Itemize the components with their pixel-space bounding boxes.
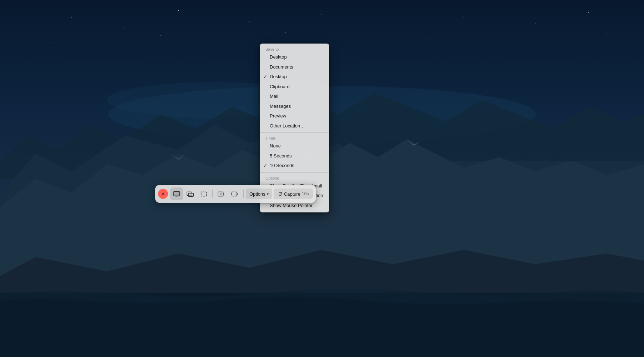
capture-timer-value: 10s — [302, 191, 309, 196]
capture-selected-window-icon — [186, 190, 194, 198]
svg-point-8 — [321, 14, 321, 15]
menu-item-10-seconds[interactable]: 10 Seconds — [260, 161, 329, 171]
separator-2 — [260, 172, 329, 173]
svg-point-5 — [125, 28, 125, 29]
svg-point-14 — [160, 35, 161, 36]
toolbar-divider-2 — [243, 190, 244, 198]
menu-item-documents[interactable]: Documents — [260, 62, 329, 72]
save-to-header: Save to — [260, 46, 329, 52]
menu-item-messages[interactable]: Messages — [260, 101, 329, 111]
menu-item-other-location[interactable]: Other Location… — [260, 121, 329, 131]
screenshot-toolbar: Options ▾ ⏱ Capture 10s — [155, 185, 316, 203]
svg-point-4 — [71, 17, 72, 18]
close-button[interactable] — [158, 189, 168, 199]
svg-marker-27 — [223, 193, 224, 195]
svg-point-13 — [53, 42, 54, 43]
svg-point-17 — [606, 34, 607, 34]
svg-point-12 — [588, 12, 589, 13]
menu-item-clipboard[interactable]: Clipboard — [260, 82, 329, 92]
svg-point-26 — [220, 193, 222, 195]
options-label: Options — [249, 191, 265, 197]
svg-rect-24 — [201, 192, 207, 196]
capture-label: Capture — [284, 191, 300, 197]
svg-point-6 — [178, 10, 179, 11]
record-selected-portion-button[interactable] — [228, 187, 241, 200]
svg-point-11 — [535, 23, 536, 24]
capture-timer-icon: ⏱ — [278, 191, 283, 197]
capture-selected-window-button[interactable] — [184, 187, 197, 200]
svg-point-15 — [285, 32, 286, 32]
svg-rect-23 — [188, 193, 193, 196]
svg-point-7 — [249, 21, 250, 22]
menu-item-preview[interactable]: Preview — [260, 111, 329, 121]
record-entire-screen-button[interactable] — [215, 187, 228, 200]
menu-item-desktop-1[interactable]: Desktop — [260, 52, 329, 62]
capture-selected-portion-button[interactable] — [197, 187, 210, 200]
menu-item-none[interactable]: None — [260, 141, 329, 151]
separator-1 — [260, 132, 329, 133]
options-button[interactable]: Options ▾ — [246, 188, 272, 199]
svg-rect-3 — [0, 293, 644, 357]
menu-item-desktop-checked[interactable]: Desktop — [260, 72, 329, 82]
options-chevron-icon: ▾ — [267, 192, 269, 196]
capture-button[interactable]: ⏱ Capture 10s — [274, 188, 313, 199]
timer-header: Timer — [260, 135, 329, 141]
svg-point-10 — [463, 16, 464, 16]
record-selected-portion-icon — [231, 190, 239, 198]
svg-point-9 — [392, 25, 393, 25]
svg-rect-28 — [232, 192, 237, 196]
capture-entire-screen-icon — [173, 190, 181, 198]
toolbar-divider-1 — [212, 190, 213, 198]
menu-item-5-seconds[interactable]: 5 Seconds — [260, 151, 329, 161]
capture-entire-screen-button[interactable] — [170, 187, 183, 200]
svg-point-16 — [428, 39, 428, 39]
menu-item-mail[interactable]: Mail — [260, 91, 329, 101]
capture-selected-portion-icon — [200, 190, 208, 198]
options-header: Options — [260, 175, 329, 181]
svg-rect-19 — [174, 192, 179, 195]
svg-marker-29 — [237, 193, 238, 195]
record-entire-screen-icon — [217, 190, 225, 198]
